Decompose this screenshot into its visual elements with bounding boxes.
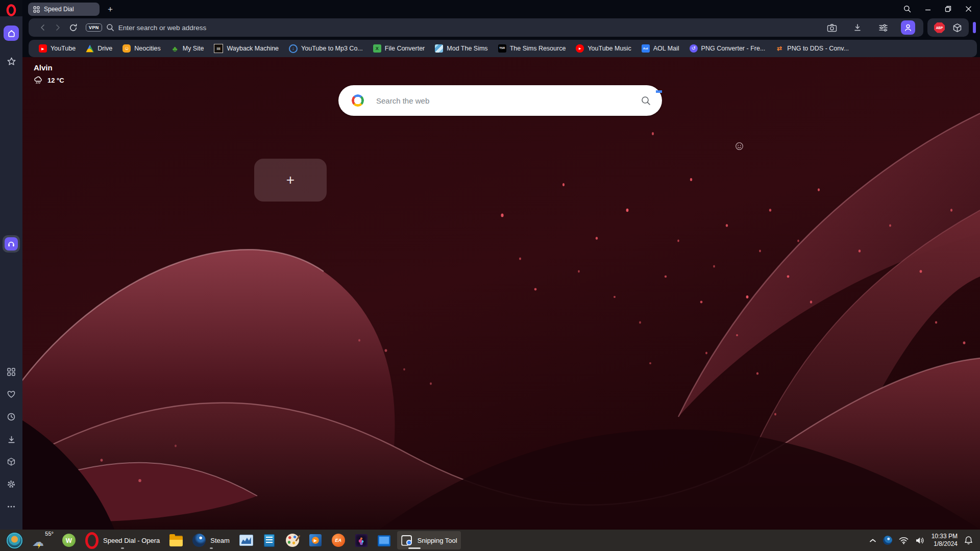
new-tab-button[interactable]: ＋ — [105, 4, 116, 15]
ea-icon: EA — [332, 534, 345, 547]
bookmark-file-converter[interactable]: X File Converter — [368, 40, 430, 57]
mod-the-sims-icon — [435, 44, 443, 53]
bookmark-my-site[interactable]: ♣ My Site — [166, 40, 209, 57]
sidebar-item-extensions[interactable] — [4, 454, 19, 469]
close-button[interactable] — [965, 6, 972, 12]
bookmark-png-to-dds[interactable]: ⇄ PNG to DDS - Conv... — [770, 40, 854, 57]
taskbar-opera-button[interactable]: Speed Dial - Opera — [82, 531, 163, 549]
easy-setup-sliders-button[interactable] — [875, 20, 891, 35]
dial-search-box[interactable]: Search the web — [338, 85, 662, 116]
sidebar-item-more[interactable] — [4, 499, 19, 514]
paint-palette-icon — [286, 534, 299, 547]
start-shell-icon — [7, 533, 22, 548]
bookmark-png-converter[interactable]: ↺ PNG Converter - Fre... — [684, 40, 771, 57]
taskbar-task-manager-button[interactable] — [236, 531, 257, 549]
restore-button[interactable] — [945, 6, 951, 12]
panel-toggle-indicator[interactable] — [973, 22, 976, 33]
heart-icon — [7, 390, 16, 399]
reload-button[interactable] — [65, 20, 81, 35]
bookmark-drive[interactable]: Drive — [81, 40, 117, 57]
bookmark-label: PNG Converter - Fre... — [701, 45, 766, 52]
headphones-icon — [7, 240, 15, 248]
extensions-cube-button[interactable] — [952, 20, 962, 35]
dial-search-input[interactable]: Search the web — [376, 96, 641, 105]
add-speed-dial-tile[interactable]: + — [254, 159, 327, 202]
png-converter-icon: ↺ — [690, 44, 698, 53]
taskbar-game-button[interactable] — [351, 531, 372, 549]
taskbar-media-player-button[interactable]: ▶ — [305, 531, 326, 549]
taskbar-snipping-label: Snipping Tool — [418, 537, 457, 544]
bookmark-aol-mail[interactable]: Aol AOL Mail — [636, 40, 684, 57]
forward-button[interactable] — [50, 20, 65, 35]
bookmark-label: The Sims Resource — [510, 45, 566, 52]
bookmark-neocities[interactable]: ☺ Neocities — [117, 40, 165, 57]
sidebar-item-player[interactable] — [5, 237, 18, 251]
sidebar-item-speed-dial-home[interactable] — [4, 26, 19, 41]
start-button[interactable] — [3, 531, 26, 549]
adblock-plus-extension-button[interactable]: ABP — [934, 20, 945, 35]
address-input[interactable]: Enter search or web address — [118, 24, 824, 32]
webroot-icon: W — [62, 534, 76, 547]
taskbar-steam-label: Steam — [210, 537, 230, 544]
media-player-icon: ▶ — [309, 534, 322, 546]
tray-chevron-up-button[interactable] — [869, 538, 876, 543]
sidebar-item-aria[interactable] — [4, 54, 19, 69]
back-button[interactable] — [35, 20, 50, 35]
notifications-bell-icon[interactable] — [964, 536, 973, 545]
downloads-button[interactable] — [850, 20, 865, 35]
snapshot-camera-button[interactable] — [824, 20, 840, 35]
taskbar-webroot-button[interactable]: W — [59, 531, 79, 549]
taskbar-notepad-button[interactable] — [259, 531, 280, 549]
tray-clock[interactable]: 10:33 PM 1/8/2024 — [932, 533, 958, 548]
taskbar-ea-app-button[interactable]: EA — [328, 531, 349, 549]
windows-taskbar: ☁ 55° W Speed Dial - Opera Steam ▶ — [0, 530, 980, 551]
bookmark-label: Drive — [97, 45, 112, 52]
tab-speed-dial[interactable]: Speed Dial — [28, 3, 100, 16]
bookmarks-bar: ▶ YouTube Drive ☺ Neocities ♣ My Site II… — [29, 40, 977, 57]
sidebar-item-bookmarks[interactable] — [4, 387, 19, 402]
bookmark-the-sims-resource[interactable]: TSR The Sims Resource — [493, 40, 571, 57]
wallpaper-waves — [22, 57, 980, 530]
bookmark-youtube-to-mp3[interactable]: ↓ YouTube to Mp3 Co... — [284, 40, 368, 57]
home-icon — [7, 29, 16, 38]
wifi-icon[interactable] — [899, 537, 909, 544]
sidebar-item-downloads[interactable] — [4, 432, 19, 447]
taskbar-weather-widget[interactable]: ☁ 55° — [29, 531, 56, 549]
steam-icon — [192, 534, 206, 547]
weather-widget[interactable]: 12 °C — [34, 76, 64, 85]
opera-icon — [85, 534, 99, 547]
dial-search-magnifier-icon — [641, 96, 651, 106]
taskbar-paint-button[interactable] — [282, 531, 303, 549]
volume-icon[interactable] — [915, 537, 925, 544]
sidebar-item-speed-dials[interactable] — [4, 364, 19, 380]
sidebar-item-settings[interactable] — [4, 477, 19, 492]
taskbar-file-explorer-button[interactable] — [166, 531, 186, 549]
google-logo-icon — [352, 94, 364, 107]
sidebar-player-container — [3, 235, 20, 253]
emoji-smiley-button[interactable] — [735, 142, 744, 151]
vpn-badge[interactable]: VPN — [86, 23, 102, 32]
greeting-block: Alvin 12 °C — [34, 63, 64, 85]
bookmark-mod-the-sims[interactable]: Mod The Sims — [430, 40, 493, 57]
profile-button[interactable] — [901, 20, 915, 35]
clock-icon — [7, 412, 16, 421]
sidebar — [0, 0, 22, 530]
bookmark-youtube[interactable]: ▶ YouTube — [34, 40, 81, 57]
taskbar-snipping-tool-button[interactable]: Snipping Tool — [397, 531, 461, 549]
download-circle-icon: ↓ — [289, 44, 298, 53]
abp-badge-icon: ABP — [934, 22, 945, 33]
taskbar-monitor-app-button[interactable] — [374, 531, 395, 549]
opera-logo-icon[interactable] — [6, 4, 17, 16]
sidebar-item-history[interactable] — [4, 409, 19, 424]
taskbar-opera-label: Speed Dial - Opera — [103, 537, 160, 544]
window-search-button[interactable] — [903, 5, 911, 13]
bookmark-wayback-machine[interactable]: III Wayback Machine — [209, 40, 284, 57]
bookmark-label: YouTube to Mp3 Co... — [301, 45, 363, 52]
bookmark-youtube-music[interactable]: ▶ YouTube Music — [571, 40, 636, 57]
minimize-button[interactable] — [925, 6, 931, 12]
gear-icon — [7, 480, 16, 489]
bookmark-label: PNG to DDS - Conv... — [787, 45, 849, 52]
tray-steam-icon[interactable] — [883, 536, 892, 545]
taskbar-steam-button[interactable]: Steam — [189, 531, 233, 549]
bookmark-label: YouTube Music — [587, 45, 631, 52]
